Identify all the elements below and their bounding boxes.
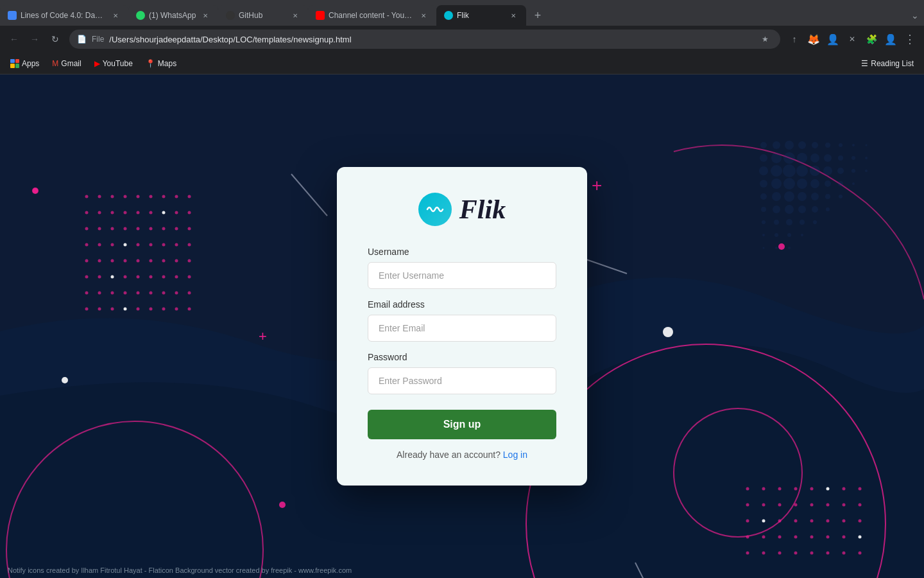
svg-point-92 <box>794 487 798 491</box>
login-link[interactable]: Log in <box>503 450 527 460</box>
ext-fox-icon[interactable]: 🦊 <box>805 30 823 48</box>
svg-point-164 <box>760 193 767 200</box>
svg-point-39 <box>137 227 140 231</box>
signup-button[interactable]: Sign up <box>368 410 556 439</box>
svg-point-178 <box>774 220 779 225</box>
svg-point-156 <box>760 180 767 188</box>
svg-point-69 <box>175 276 178 279</box>
svg-point-21 <box>137 195 140 198</box>
svg-point-153 <box>837 168 844 174</box>
tab-favicon-1 <box>8 11 17 20</box>
svg-point-29 <box>124 211 127 215</box>
svg-point-79 <box>188 292 191 295</box>
svg-point-172 <box>773 206 780 213</box>
login-prompt: Already have an account? Log in <box>368 450 556 460</box>
svg-point-98 <box>762 504 766 507</box>
tab-close-2[interactable]: ✕ <box>200 10 210 21</box>
svg-point-12 <box>663 327 673 337</box>
signup-card: Flik Username Email address Password Sig… <box>337 167 587 486</box>
ext-user-icon[interactable]: 👤 <box>824 30 842 48</box>
tab-lines-of-code[interactable]: Lines of Code 4.0: Dashboard ✕ <box>0 5 128 26</box>
reading-list-button[interactable]: ☰ Reading List <box>856 57 919 71</box>
svg-point-171 <box>761 207 766 212</box>
ext-puzzle-icon[interactable]: 🧩 <box>862 30 880 48</box>
svg-point-108 <box>794 520 798 523</box>
svg-point-116 <box>794 536 798 539</box>
email-input[interactable] <box>368 315 556 342</box>
tab-close-4[interactable]: ✕ <box>418 10 429 21</box>
tab-close-5[interactable]: ✕ <box>508 10 518 21</box>
ext-close-icon[interactable]: ✕ <box>843 30 861 48</box>
bookmark-youtube[interactable]: ▶ YouTube <box>89 57 138 71</box>
reload-button[interactable]: ↻ <box>46 30 64 48</box>
username-input[interactable] <box>368 262 556 289</box>
svg-point-30 <box>137 211 140 215</box>
svg-point-63 <box>98 276 101 279</box>
bookmark-gmail[interactable]: M Gmail <box>47 57 86 71</box>
address-bar[interactable]: 📄 File /Users/shourjadeepdatta/Desktop/L… <box>69 30 780 49</box>
svg-point-24 <box>175 195 178 198</box>
svg-point-181 <box>813 220 817 224</box>
svg-point-102 <box>826 504 830 507</box>
tab-more-button[interactable]: ⌄ <box>906 10 924 21</box>
svg-point-94 <box>826 487 830 491</box>
svg-point-146 <box>865 157 868 159</box>
svg-point-107 <box>778 520 782 523</box>
svg-point-54 <box>98 259 101 263</box>
svg-point-100 <box>794 504 798 507</box>
svg-point-19 <box>111 195 114 198</box>
svg-point-154 <box>851 169 855 173</box>
menu-button[interactable]: ⋮ <box>901 30 919 48</box>
svg-point-86 <box>162 308 166 311</box>
password-label: Password <box>368 352 556 362</box>
password-input[interactable] <box>368 367 556 394</box>
svg-point-48 <box>137 243 140 247</box>
tab-flik[interactable]: Flik ✕ <box>436 5 526 26</box>
bookmark-apps-label: Apps <box>22 59 39 68</box>
svg-point-67 <box>150 276 153 279</box>
profile-avatar[interactable]: 👤 <box>882 30 900 48</box>
bookmark-star-button[interactable]: ★ <box>757 31 773 47</box>
svg-point-167 <box>798 192 807 201</box>
svg-point-186 <box>763 247 765 249</box>
svg-point-162 <box>838 181 843 186</box>
svg-point-45 <box>98 243 101 247</box>
svg-point-130 <box>773 141 780 149</box>
svg-point-90 <box>762 487 766 491</box>
tab-title-2: (1) WhatsApp <box>149 11 196 20</box>
svg-point-112 <box>859 520 862 523</box>
svg-point-148 <box>771 165 782 177</box>
download-icon[interactable]: ↑ <box>785 30 803 48</box>
svg-point-119 <box>843 536 846 539</box>
svg-point-76 <box>150 292 153 295</box>
tab-close-1[interactable]: ✕ <box>110 10 121 21</box>
bookmark-apps[interactable]: Apps <box>5 57 44 71</box>
tab-title-3: GitHub <box>239 11 286 20</box>
svg-point-139 <box>771 153 782 163</box>
svg-point-22 <box>150 195 153 198</box>
svg-point-173 <box>785 205 794 214</box>
svg-point-10 <box>62 377 68 383</box>
tab-whatsapp[interactable]: (1) WhatsApp ✕ <box>128 5 218 26</box>
svg-point-26 <box>85 211 89 215</box>
svg-point-117 <box>810 536 814 539</box>
tab-youtube[interactable]: Channel content - YouTube Stu... ✕ <box>308 5 436 26</box>
bookmark-maps[interactable]: 📍 Maps <box>141 57 182 71</box>
svg-point-137 <box>866 144 868 146</box>
svg-point-97 <box>746 504 749 507</box>
svg-point-61 <box>188 259 191 263</box>
forward-button[interactable]: → <box>26 30 44 48</box>
svg-point-121 <box>746 552 749 555</box>
svg-point-60 <box>175 259 178 263</box>
back-button[interactable]: ← <box>5 30 23 48</box>
tab-github[interactable]: GitHub ✕ <box>218 5 308 26</box>
svg-point-44 <box>85 243 89 247</box>
svg-point-129 <box>760 142 767 148</box>
svg-point-150 <box>796 165 808 177</box>
svg-point-187 <box>775 247 778 249</box>
tab-close-3[interactable]: ✕ <box>290 10 300 21</box>
svg-point-32 <box>162 211 166 215</box>
reading-list-label: Reading List <box>871 59 914 68</box>
new-tab-button[interactable]: + <box>529 6 547 24</box>
svg-point-93 <box>810 487 814 491</box>
